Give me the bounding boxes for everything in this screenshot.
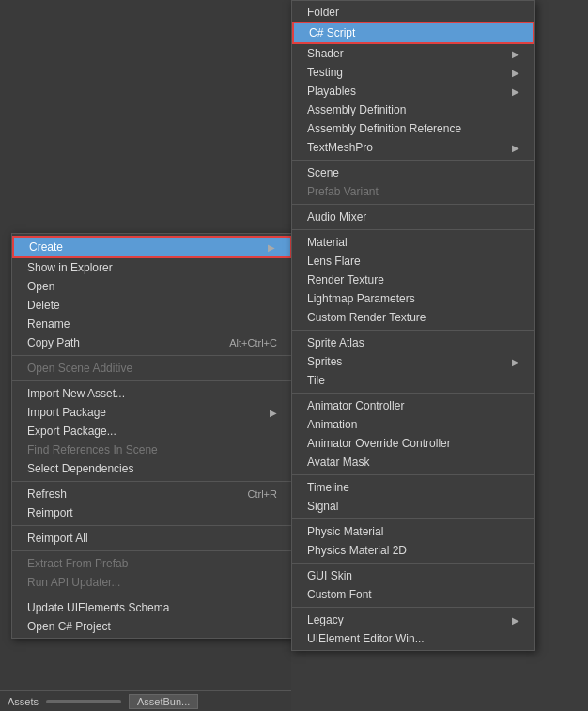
open-scene-additive-label: Open Scene Additive (27, 362, 132, 375)
menu-item-right-testing[interactable]: Testing ▶ (292, 63, 534, 82)
separator-1 (12, 355, 292, 356)
folder-label: Folder (307, 6, 339, 19)
animator-controller-label: Animator Controller (307, 399, 404, 412)
menu-item-copy-path[interactable]: Copy Path Alt+Ctrl+C (12, 333, 292, 352)
shader-arrow: ▶ (512, 49, 519, 59)
right-separator-9 (292, 607, 534, 608)
menu-item-right-textmeshpro[interactable]: TextMeshPro ▶ (292, 138, 534, 157)
right-separator-3 (292, 229, 534, 230)
playables-arrow: ▶ (512, 86, 519, 97)
find-references-label: Find References In Scene (27, 443, 158, 456)
render-texture-label: Render Texture (307, 273, 384, 286)
menu-item-right-lightmap-parameters[interactable]: Lightmap Parameters (292, 289, 534, 308)
menu-item-right-custom-font[interactable]: Custom Font (292, 585, 534, 604)
menu-item-right-assembly-definition-ref[interactable]: Assembly Definition Reference (292, 119, 534, 138)
menu-item-right-animation[interactable]: Animation (292, 415, 534, 434)
bottom-bar-button[interactable]: AssetBun... (129, 694, 198, 709)
import-package-label: Import Package (27, 406, 106, 419)
menu-item-right-signal[interactable]: Signal (292, 497, 534, 516)
custom-render-texture-label: Custom Render Texture (307, 311, 426, 324)
separator-2 (12, 380, 292, 381)
menu-item-right-scene[interactable]: Scene (292, 163, 534, 182)
menu-item-open[interactable]: Open (12, 277, 292, 296)
uielement-editor-label: UIElement Editor Win... (307, 632, 425, 645)
open-label: Open (27, 280, 54, 293)
menu-item-right-custom-render-texture[interactable]: Custom Render Texture (292, 308, 534, 327)
bottom-bar: Assets AssetBun... (0, 690, 291, 711)
menu-item-right-render-texture[interactable]: Render Texture (292, 270, 534, 289)
menu-item-right-csharp-script[interactable]: C# Script (292, 22, 534, 44)
menu-item-right-physics-material-2d[interactable]: Physics Material 2D (292, 541, 534, 560)
animator-override-label: Animator Override Controller (307, 437, 451, 450)
textmeshpro-label: TextMeshPro (307, 141, 373, 154)
copy-path-shortcut: Alt+Ctrl+C (229, 337, 277, 348)
run-api-updater-label: Run API Updater... (27, 576, 120, 589)
assembly-definition-ref-label: Assembly Definition Reference (307, 122, 461, 135)
menu-item-right-legacy[interactable]: Legacy ▶ (292, 611, 534, 629)
menu-item-right-assembly-definition[interactable]: Assembly Definition (292, 100, 534, 119)
menu-item-right-shader[interactable]: Shader ▶ (292, 44, 534, 63)
export-package-label: Export Package... (27, 425, 116, 438)
menu-item-create[interactable]: Create ▶ (12, 236, 292, 258)
right-separator-4 (292, 330, 534, 331)
bottom-bar-slider[interactable] (46, 700, 121, 703)
menu-item-open-csharp-project[interactable]: Open C# Project (12, 617, 292, 636)
separator-6 (12, 595, 292, 595)
lightmap-parameters-label: Lightmap Parameters (307, 292, 415, 305)
bottom-bar-label: Assets (8, 696, 39, 707)
open-csharp-project-label: Open C# Project (27, 620, 111, 633)
menu-item-delete[interactable]: Delete (12, 296, 292, 315)
menu-item-reimport[interactable]: Reimport (12, 503, 292, 522)
menu-item-right-gui-skin[interactable]: GUI Skin (292, 566, 534, 585)
sprite-atlas-label: Sprite Atlas (307, 336, 364, 349)
audio-mixer-label: Audio Mixer (307, 210, 366, 224)
menu-item-import-package[interactable]: Import Package ▶ (12, 403, 292, 422)
right-separator-5 (292, 393, 534, 394)
menu-item-refresh[interactable]: Refresh Ctrl+R (12, 485, 292, 503)
animation-label: Animation (307, 418, 357, 431)
menu-item-right-sprites[interactable]: Sprites ▶ (292, 352, 534, 371)
left-context-menu: Create ▶ Show in Explorer Open Delete Re… (11, 233, 293, 639)
right-separator-8 (292, 563, 534, 564)
import-package-arrow: ▶ (270, 408, 277, 418)
menu-item-right-playables[interactable]: Playables ▶ (292, 82, 534, 100)
legacy-label: Legacy (307, 613, 344, 626)
menu-item-run-api-updater: Run API Updater... (12, 573, 292, 592)
menu-item-right-sprite-atlas[interactable]: Sprite Atlas (292, 333, 534, 352)
menu-item-rename[interactable]: Rename (12, 315, 292, 333)
menu-item-right-animator-controller[interactable]: Animator Controller (292, 396, 534, 415)
refresh-shortcut: Ctrl+R (248, 488, 277, 500)
menu-item-right-tile[interactable]: Tile (292, 371, 534, 390)
menu-item-extract-from-prefab: Extract From Prefab (12, 554, 292, 573)
menu-item-right-folder[interactable]: Folder (292, 3, 534, 22)
menu-item-right-lens-flare[interactable]: Lens Flare (292, 252, 534, 270)
menu-item-export-package[interactable]: Export Package... (12, 422, 292, 441)
update-uielements-label: Update UIElements Schema (27, 601, 169, 614)
menu-item-right-timeline[interactable]: Timeline (292, 478, 534, 497)
menu-item-right-audio-mixer[interactable]: Audio Mixer (292, 208, 534, 226)
menu-item-right-animator-override[interactable]: Animator Override Controller (292, 434, 534, 453)
extract-from-prefab-label: Extract From Prefab (27, 557, 128, 570)
copy-path-label: Copy Path (27, 336, 80, 349)
menu-item-right-uielement-editor[interactable]: UIElement Editor Win... (292, 629, 534, 648)
menu-item-import-new-asset[interactable]: Import New Asset... (12, 384, 292, 403)
menu-item-right-material[interactable]: Material (292, 233, 534, 252)
right-separator-2 (292, 204, 534, 205)
assembly-definition-label: Assembly Definition (307, 103, 406, 116)
menu-item-create-label: Create (29, 240, 63, 254)
delete-label: Delete (27, 299, 60, 312)
menu-item-reimport-all[interactable]: Reimport All (12, 529, 292, 548)
sprites-label: Sprites (307, 355, 342, 368)
menu-item-select-dependencies[interactable]: Select Dependencies (12, 459, 292, 478)
custom-font-label: Custom Font (307, 588, 372, 601)
right-separator-6 (292, 474, 534, 475)
menu-item-find-references: Find References In Scene (12, 441, 292, 459)
menu-item-right-avatar-mask[interactable]: Avatar Mask (292, 453, 534, 471)
shader-label: Shader (307, 47, 344, 60)
menu-item-update-uielements[interactable]: Update UIElements Schema (12, 598, 292, 617)
physic-material-label: Physic Material (307, 525, 383, 538)
select-dependencies-label: Select Dependencies (27, 462, 133, 475)
menu-item-show-in-explorer[interactable]: Show in Explorer (12, 258, 292, 277)
testing-arrow: ▶ (512, 68, 519, 78)
menu-item-right-physic-material[interactable]: Physic Material (292, 522, 534, 541)
